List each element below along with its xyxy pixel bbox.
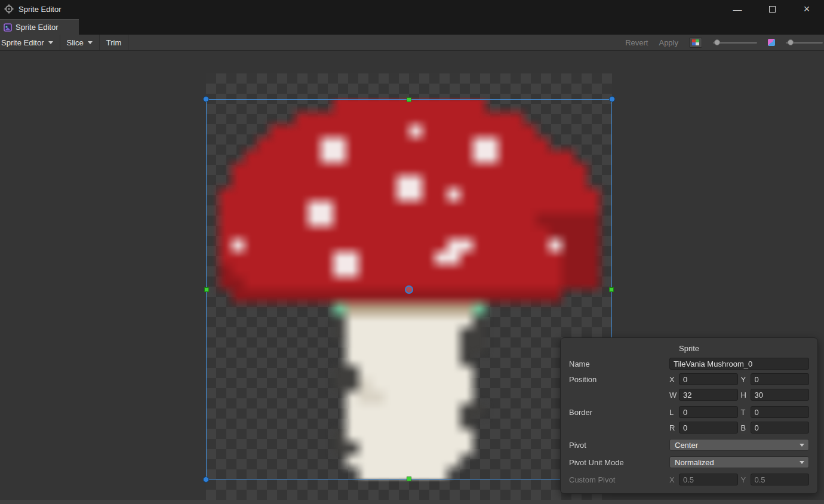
- chevron-down-icon: [48, 41, 53, 44]
- pivot-handle[interactable]: [405, 285, 413, 294]
- border-label: Border: [569, 408, 669, 417]
- window-controls: — ×: [720, 0, 824, 18]
- sprite-editor-mode-label: Sprite Editor: [1, 38, 44, 47]
- tab-label: Sprite Editor: [16, 23, 59, 32]
- selection-handle-top-left[interactable]: [203, 96, 209, 102]
- slice-label: Slice: [67, 38, 84, 47]
- revert-button[interactable]: Revert: [625, 38, 648, 47]
- sprite-editor-tab-icon: [4, 23, 12, 32]
- pivot-unit-mode-label: Pivot Unit Mode: [569, 458, 669, 467]
- name-label: Name: [569, 359, 669, 368]
- trim-button[interactable]: Trim: [100, 35, 129, 50]
- height-label: H: [741, 391, 748, 399]
- custom-pivot-y-field: [751, 474, 810, 485]
- border-t-label: T: [741, 408, 748, 417]
- custom-pivot-y-label: Y: [741, 475, 748, 484]
- custom-pivot-label: Custom Pivot: [569, 475, 669, 484]
- pivot-unit-mode-value: Normalized: [675, 458, 714, 467]
- border-b-label: B: [741, 423, 748, 432]
- pivot-value: Center: [675, 441, 698, 450]
- tab-strip: Sprite Editor: [0, 18, 824, 35]
- maximize-button[interactable]: [755, 0, 789, 18]
- width-field[interactable]: [679, 389, 738, 401]
- trim-label: Trim: [106, 38, 122, 47]
- maximize-icon: [769, 6, 776, 13]
- position-x-field[interactable]: [679, 373, 738, 385]
- selection-handle-right[interactable]: [609, 287, 614, 292]
- slice-dropdown[interactable]: Slice: [60, 35, 100, 50]
- close-icon: ×: [804, 3, 810, 16]
- sprite-editor-canvas[interactable]: Sprite Name Position X Y: [0, 51, 824, 504]
- toolbar: Sprite Editor Slice Trim Revert Apply: [0, 35, 824, 51]
- zoom-slider[interactable]: [713, 38, 757, 47]
- height-field[interactable]: [751, 389, 810, 401]
- position-label: Position: [569, 375, 669, 384]
- panel-title: Sprite: [561, 342, 817, 356]
- border-b-field[interactable]: [751, 422, 810, 434]
- border-r-label: R: [669, 423, 676, 432]
- sprite-selection-rect[interactable]: [206, 99, 612, 480]
- sprite-editor-mode-dropdown[interactable]: Sprite Editor: [0, 35, 60, 50]
- width-label: W: [669, 391, 676, 399]
- border-r-field[interactable]: [679, 422, 738, 434]
- position-y-label: Y: [741, 375, 748, 384]
- sprite-selection-area[interactable]: [206, 99, 612, 480]
- close-button[interactable]: ×: [789, 0, 824, 18]
- selection-handle-top-right[interactable]: [609, 96, 615, 102]
- tab-sprite-editor[interactable]: Sprite Editor: [0, 19, 79, 35]
- pivot-unit-mode-dropdown[interactable]: Normalized: [669, 456, 809, 468]
- minimize-button[interactable]: —: [720, 0, 755, 18]
- window-icon: [4, 4, 14, 14]
- zoom-slider-knob[interactable]: [714, 39, 720, 45]
- pivot-dropdown[interactable]: Center: [669, 439, 809, 451]
- mip-slider-knob[interactable]: [788, 39, 794, 45]
- apply-button[interactable]: Apply: [659, 38, 678, 47]
- color-channels-button[interactable]: [689, 38, 702, 48]
- chevron-down-icon: [88, 41, 93, 44]
- selection-handle-bottom[interactable]: [407, 477, 411, 481]
- pivot-label: Pivot: [569, 441, 669, 450]
- selection-handle-top[interactable]: [407, 97, 411, 102]
- color-channels-icon: [692, 39, 699, 45]
- sprite-inspector-panel: Sprite Name Position X Y: [560, 337, 818, 494]
- chevron-down-icon: [800, 444, 804, 447]
- chevron-down-icon: [800, 461, 804, 464]
- toolbar-right: Revert Apply: [625, 35, 824, 50]
- mip-slider[interactable]: [786, 38, 823, 47]
- titlebar: Sprite Editor — ×: [0, 0, 824, 18]
- window-bottom-edge: [0, 500, 824, 504]
- custom-pivot-x-field: [679, 474, 738, 485]
- minimize-icon: —: [733, 4, 742, 14]
- border-t-field[interactable]: [751, 406, 810, 418]
- sprite-name-field[interactable]: [669, 358, 809, 370]
- mip-levels-icon: [768, 39, 775, 46]
- border-l-field[interactable]: [679, 406, 738, 418]
- position-x-label: X: [669, 375, 676, 384]
- selection-handle-left[interactable]: [204, 287, 209, 292]
- position-y-field[interactable]: [751, 373, 810, 385]
- selection-handle-bottom-left[interactable]: [203, 477, 209, 483]
- border-l-label: L: [669, 408, 676, 417]
- custom-pivot-x-label: X: [669, 475, 676, 484]
- window-title: Sprite Editor: [19, 5, 62, 14]
